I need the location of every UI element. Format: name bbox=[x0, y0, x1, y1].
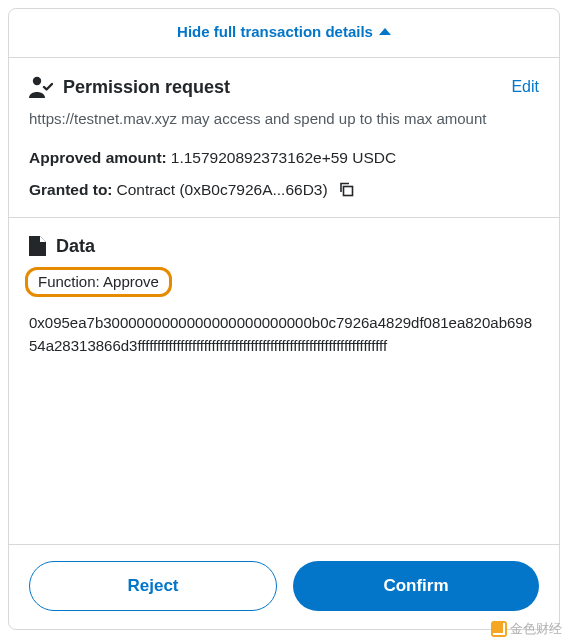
confirm-button[interactable]: Confirm bbox=[293, 561, 539, 611]
granted-to-label: Granted to: bbox=[29, 181, 113, 199]
permission-section: Permission request Edit https://testnet.… bbox=[9, 58, 559, 218]
data-section: Data Function: Approve 0x095ea7b30000000… bbox=[9, 218, 559, 546]
toggle-label: Hide full transaction details bbox=[177, 23, 373, 40]
reject-button[interactable]: Reject bbox=[29, 561, 277, 611]
transaction-details-card: Hide full transaction details Permission… bbox=[8, 8, 560, 630]
chevron-up-icon bbox=[379, 28, 391, 35]
function-label: Function: Approve bbox=[38, 273, 159, 290]
granted-to-value: Contract (0xB0c7926A...66D3) bbox=[117, 181, 328, 199]
svg-rect-1 bbox=[343, 187, 352, 196]
approved-amount-value: 1.157920892373162e+59 USDC bbox=[171, 149, 396, 167]
permission-header-left: Permission request bbox=[29, 76, 230, 98]
approved-amount-label: Approved amount: bbox=[29, 149, 167, 167]
function-pill: Function: Approve bbox=[25, 267, 172, 297]
hide-details-toggle[interactable]: Hide full transaction details bbox=[177, 23, 391, 40]
user-check-icon bbox=[29, 76, 53, 98]
svg-point-0 bbox=[33, 77, 41, 85]
toggle-bar: Hide full transaction details bbox=[9, 9, 559, 58]
permission-description: https://testnet.mav.xyz may access and s… bbox=[29, 108, 539, 131]
footer-actions: Reject Confirm bbox=[9, 545, 559, 629]
data-title: Data bbox=[56, 236, 95, 257]
data-header: Data bbox=[29, 236, 539, 257]
approved-amount-line: Approved amount: 1.157920892373162e+59 U… bbox=[29, 149, 539, 167]
permission-header: Permission request Edit bbox=[29, 76, 539, 98]
granted-to-line: Granted to: Contract (0xB0c7926A...66D3) bbox=[29, 181, 539, 199]
hex-data: 0x095ea7b3000000000000000000000000b0c792… bbox=[29, 311, 539, 358]
permission-title: Permission request bbox=[63, 77, 230, 98]
edit-link[interactable]: Edit bbox=[511, 78, 539, 96]
copy-icon[interactable] bbox=[338, 181, 355, 198]
file-icon bbox=[29, 236, 46, 256]
